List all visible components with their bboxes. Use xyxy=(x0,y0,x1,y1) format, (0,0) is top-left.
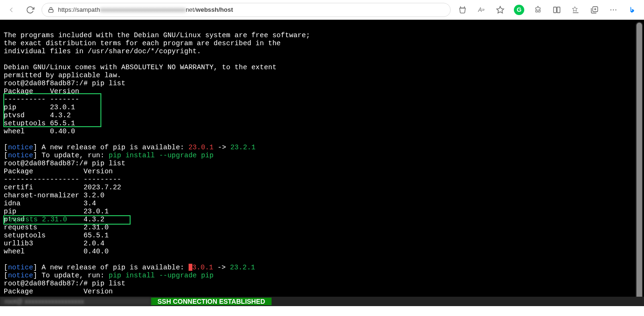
url-text: https://sampathxxxxxxxxxxxxxxxxxxxxxxxxx… xyxy=(58,6,445,13)
collections-icon[interactable] xyxy=(586,2,603,17)
toolbar-right: A» G xyxy=(454,2,640,17)
status-bar: root@ xxxxxxxxxxxxxxxxxx SSH CONNECTION … xyxy=(0,297,644,306)
terminal-output: The programs included with the Debian GN… xyxy=(0,20,644,302)
scrollbar-thumb[interactable] xyxy=(636,23,642,301)
svg-point-8 xyxy=(615,9,616,10)
back-button[interactable] xyxy=(4,2,19,17)
address-bar[interactable]: https://sampathxxxxxxxxxxxxxxxxxxxxxxxxx… xyxy=(41,3,451,17)
highlight-overlay-text: requests 2.31.0 xyxy=(4,216,67,223)
svg-point-7 xyxy=(613,9,614,10)
refresh-button[interactable] xyxy=(23,2,38,17)
split-screen-icon[interactable] xyxy=(549,2,565,17)
svg-point-6 xyxy=(611,9,611,10)
favorites-list-icon[interactable] xyxy=(568,2,584,17)
svg-rect-2 xyxy=(553,7,556,13)
bing-icon[interactable] xyxy=(624,2,640,17)
lock-icon xyxy=(48,7,54,13)
grammarly-icon[interactable]: G xyxy=(511,2,527,17)
status-left: root@ xxxxxxxxxxxxxxxxxx xyxy=(0,298,151,305)
terminal-viewport[interactable]: The programs included with the Debian GN… xyxy=(0,20,644,306)
vertical-scrollbar[interactable] xyxy=(636,22,643,304)
browser-toolbar: https://sampathxxxxxxxxxxxxxxxxxxxxxxxxx… xyxy=(0,0,644,20)
read-aloud-icon[interactable]: A» xyxy=(473,2,489,17)
svg-marker-4 xyxy=(572,7,578,11)
ssh-status-badge: SSH CONNECTION ESTABLISHED xyxy=(151,298,272,305)
svg-rect-0 xyxy=(49,9,53,12)
text-cursor xyxy=(189,264,192,271)
favorite-star-icon[interactable] xyxy=(492,2,508,17)
svg-marker-1 xyxy=(497,6,504,13)
shopping-icon[interactable] xyxy=(454,2,471,17)
more-menu-icon[interactable] xyxy=(605,2,621,17)
extensions-icon[interactable] xyxy=(530,2,546,17)
svg-rect-3 xyxy=(557,7,560,13)
